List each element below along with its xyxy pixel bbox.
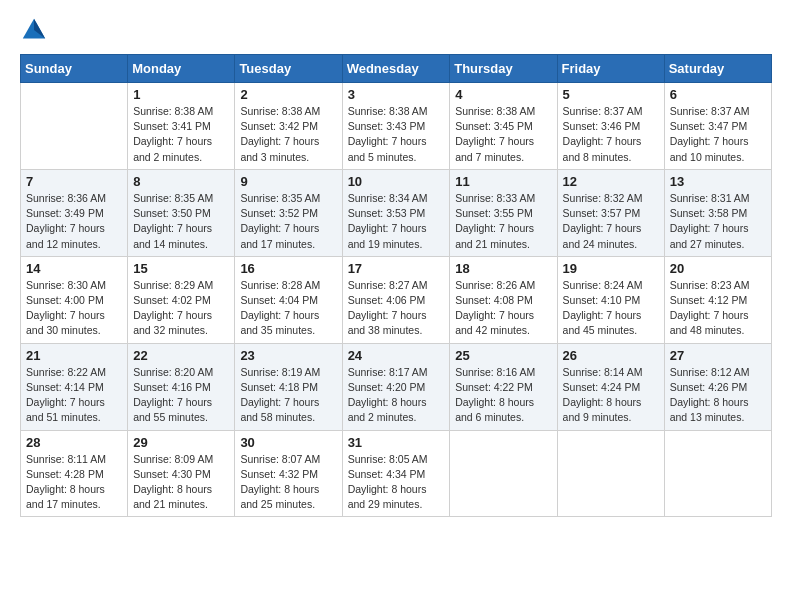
day-info: Sunrise: 8:38 AMSunset: 3:42 PMDaylight:… xyxy=(240,104,336,165)
calendar-cell: 15Sunrise: 8:29 AMSunset: 4:02 PMDayligh… xyxy=(128,256,235,343)
day-info: Sunrise: 8:14 AMSunset: 4:24 PMDaylight:… xyxy=(563,365,659,426)
weekday-header-wednesday: Wednesday xyxy=(342,55,450,83)
calendar-cell: 10Sunrise: 8:34 AMSunset: 3:53 PMDayligh… xyxy=(342,169,450,256)
day-number: 8 xyxy=(133,174,229,189)
weekday-header-saturday: Saturday xyxy=(664,55,771,83)
day-number: 1 xyxy=(133,87,229,102)
day-info: Sunrise: 8:31 AMSunset: 3:58 PMDaylight:… xyxy=(670,191,766,252)
calendar-cell xyxy=(21,83,128,170)
calendar-table: SundayMondayTuesdayWednesdayThursdayFrid… xyxy=(20,54,772,517)
day-info: Sunrise: 8:38 AMSunset: 3:45 PMDaylight:… xyxy=(455,104,551,165)
calendar-cell: 20Sunrise: 8:23 AMSunset: 4:12 PMDayligh… xyxy=(664,256,771,343)
calendar-cell: 7Sunrise: 8:36 AMSunset: 3:49 PMDaylight… xyxy=(21,169,128,256)
weekday-header-monday: Monday xyxy=(128,55,235,83)
day-info: Sunrise: 8:34 AMSunset: 3:53 PMDaylight:… xyxy=(348,191,445,252)
calendar-cell: 2Sunrise: 8:38 AMSunset: 3:42 PMDaylight… xyxy=(235,83,342,170)
calendar-cell: 5Sunrise: 8:37 AMSunset: 3:46 PMDaylight… xyxy=(557,83,664,170)
logo xyxy=(20,16,52,44)
header xyxy=(20,16,772,44)
day-info: Sunrise: 8:37 AMSunset: 3:46 PMDaylight:… xyxy=(563,104,659,165)
day-info: Sunrise: 8:07 AMSunset: 4:32 PMDaylight:… xyxy=(240,452,336,513)
day-number: 2 xyxy=(240,87,336,102)
logo-icon xyxy=(20,16,48,44)
day-number: 22 xyxy=(133,348,229,363)
day-number: 11 xyxy=(455,174,551,189)
day-info: Sunrise: 8:29 AMSunset: 4:02 PMDaylight:… xyxy=(133,278,229,339)
day-number: 19 xyxy=(563,261,659,276)
weekday-header-thursday: Thursday xyxy=(450,55,557,83)
day-info: Sunrise: 8:16 AMSunset: 4:22 PMDaylight:… xyxy=(455,365,551,426)
calendar-week-1: 1Sunrise: 8:38 AMSunset: 3:41 PMDaylight… xyxy=(21,83,772,170)
day-info: Sunrise: 8:32 AMSunset: 3:57 PMDaylight:… xyxy=(563,191,659,252)
calendar-cell xyxy=(664,430,771,517)
day-info: Sunrise: 8:26 AMSunset: 4:08 PMDaylight:… xyxy=(455,278,551,339)
day-number: 7 xyxy=(26,174,122,189)
day-number: 26 xyxy=(563,348,659,363)
day-number: 24 xyxy=(348,348,445,363)
calendar-cell: 27Sunrise: 8:12 AMSunset: 4:26 PMDayligh… xyxy=(664,343,771,430)
calendar-cell: 28Sunrise: 8:11 AMSunset: 4:28 PMDayligh… xyxy=(21,430,128,517)
calendar-cell xyxy=(557,430,664,517)
day-info: Sunrise: 8:23 AMSunset: 4:12 PMDaylight:… xyxy=(670,278,766,339)
day-info: Sunrise: 8:37 AMSunset: 3:47 PMDaylight:… xyxy=(670,104,766,165)
calendar-cell: 29Sunrise: 8:09 AMSunset: 4:30 PMDayligh… xyxy=(128,430,235,517)
day-info: Sunrise: 8:11 AMSunset: 4:28 PMDaylight:… xyxy=(26,452,122,513)
calendar-cell: 17Sunrise: 8:27 AMSunset: 4:06 PMDayligh… xyxy=(342,256,450,343)
calendar-cell: 4Sunrise: 8:38 AMSunset: 3:45 PMDaylight… xyxy=(450,83,557,170)
day-number: 16 xyxy=(240,261,336,276)
day-number: 28 xyxy=(26,435,122,450)
calendar-week-5: 28Sunrise: 8:11 AMSunset: 4:28 PMDayligh… xyxy=(21,430,772,517)
day-info: Sunrise: 8:27 AMSunset: 4:06 PMDaylight:… xyxy=(348,278,445,339)
day-number: 15 xyxy=(133,261,229,276)
calendar-cell: 23Sunrise: 8:19 AMSunset: 4:18 PMDayligh… xyxy=(235,343,342,430)
day-number: 23 xyxy=(240,348,336,363)
day-number: 12 xyxy=(563,174,659,189)
day-info: Sunrise: 8:36 AMSunset: 3:49 PMDaylight:… xyxy=(26,191,122,252)
day-info: Sunrise: 8:38 AMSunset: 3:41 PMDaylight:… xyxy=(133,104,229,165)
calendar-cell: 26Sunrise: 8:14 AMSunset: 4:24 PMDayligh… xyxy=(557,343,664,430)
day-info: Sunrise: 8:28 AMSunset: 4:04 PMDaylight:… xyxy=(240,278,336,339)
day-info: Sunrise: 8:33 AMSunset: 3:55 PMDaylight:… xyxy=(455,191,551,252)
day-info: Sunrise: 8:19 AMSunset: 4:18 PMDaylight:… xyxy=(240,365,336,426)
day-info: Sunrise: 8:12 AMSunset: 4:26 PMDaylight:… xyxy=(670,365,766,426)
calendar-cell: 6Sunrise: 8:37 AMSunset: 3:47 PMDaylight… xyxy=(664,83,771,170)
calendar-cell: 25Sunrise: 8:16 AMSunset: 4:22 PMDayligh… xyxy=(450,343,557,430)
day-number: 21 xyxy=(26,348,122,363)
calendar-cell: 8Sunrise: 8:35 AMSunset: 3:50 PMDaylight… xyxy=(128,169,235,256)
day-info: Sunrise: 8:38 AMSunset: 3:43 PMDaylight:… xyxy=(348,104,445,165)
day-number: 20 xyxy=(670,261,766,276)
calendar-cell: 22Sunrise: 8:20 AMSunset: 4:16 PMDayligh… xyxy=(128,343,235,430)
day-info: Sunrise: 8:35 AMSunset: 3:52 PMDaylight:… xyxy=(240,191,336,252)
day-info: Sunrise: 8:30 AMSunset: 4:00 PMDaylight:… xyxy=(26,278,122,339)
day-number: 31 xyxy=(348,435,445,450)
day-number: 27 xyxy=(670,348,766,363)
day-info: Sunrise: 8:09 AMSunset: 4:30 PMDaylight:… xyxy=(133,452,229,513)
calendar-header-row: SundayMondayTuesdayWednesdayThursdayFrid… xyxy=(21,55,772,83)
day-number: 9 xyxy=(240,174,336,189)
day-info: Sunrise: 8:24 AMSunset: 4:10 PMDaylight:… xyxy=(563,278,659,339)
calendar-cell: 9Sunrise: 8:35 AMSunset: 3:52 PMDaylight… xyxy=(235,169,342,256)
calendar-week-3: 14Sunrise: 8:30 AMSunset: 4:00 PMDayligh… xyxy=(21,256,772,343)
day-info: Sunrise: 8:35 AMSunset: 3:50 PMDaylight:… xyxy=(133,191,229,252)
day-number: 4 xyxy=(455,87,551,102)
day-number: 17 xyxy=(348,261,445,276)
weekday-header-tuesday: Tuesday xyxy=(235,55,342,83)
day-number: 25 xyxy=(455,348,551,363)
calendar-cell: 3Sunrise: 8:38 AMSunset: 3:43 PMDaylight… xyxy=(342,83,450,170)
calendar-cell: 12Sunrise: 8:32 AMSunset: 3:57 PMDayligh… xyxy=(557,169,664,256)
calendar-cell: 13Sunrise: 8:31 AMSunset: 3:58 PMDayligh… xyxy=(664,169,771,256)
calendar-cell: 14Sunrise: 8:30 AMSunset: 4:00 PMDayligh… xyxy=(21,256,128,343)
day-number: 18 xyxy=(455,261,551,276)
day-number: 10 xyxy=(348,174,445,189)
day-number: 14 xyxy=(26,261,122,276)
calendar-cell: 16Sunrise: 8:28 AMSunset: 4:04 PMDayligh… xyxy=(235,256,342,343)
calendar-container: SundayMondayTuesdayWednesdayThursdayFrid… xyxy=(0,0,792,527)
calendar-week-2: 7Sunrise: 8:36 AMSunset: 3:49 PMDaylight… xyxy=(21,169,772,256)
calendar-cell: 21Sunrise: 8:22 AMSunset: 4:14 PMDayligh… xyxy=(21,343,128,430)
calendar-cell: 1Sunrise: 8:38 AMSunset: 3:41 PMDaylight… xyxy=(128,83,235,170)
day-number: 3 xyxy=(348,87,445,102)
day-info: Sunrise: 8:20 AMSunset: 4:16 PMDaylight:… xyxy=(133,365,229,426)
day-info: Sunrise: 8:05 AMSunset: 4:34 PMDaylight:… xyxy=(348,452,445,513)
day-info: Sunrise: 8:17 AMSunset: 4:20 PMDaylight:… xyxy=(348,365,445,426)
day-number: 30 xyxy=(240,435,336,450)
